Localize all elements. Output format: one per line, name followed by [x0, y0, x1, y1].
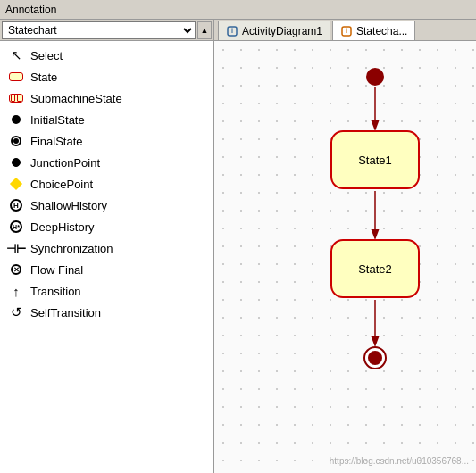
deep-label: DeepHistory: [30, 220, 95, 234]
submachine-label: SubmachineState: [30, 92, 122, 105]
state-icon: [7, 68, 25, 86]
activity-diagram-icon: [226, 25, 238, 37]
junction-label: JunctionPoint: [30, 156, 100, 170]
final-label: FinalState: [30, 135, 83, 148]
app-container: Annotation Statechart Activity UseCase C…: [0, 0, 476, 473]
sidebar-item-submachine[interactable]: SubmachineState: [0, 87, 213, 109]
submachine-icon: [7, 89, 25, 107]
initial-state-node[interactable]: [366, 68, 384, 86]
synchronization-icon: ⊣⊢: [7, 239, 25, 257]
tab-activity[interactable]: ActivityDiagram1: [218, 21, 330, 40]
state-label: State: [30, 71, 57, 84]
state1-node[interactable]: State1: [330, 130, 420, 189]
final-state-inner: [368, 351, 382, 365]
flowfinal-label: Flow Final: [30, 263, 83, 277]
statechart-diagram-icon: [340, 25, 353, 37]
svg-point-1: [231, 28, 233, 29]
shallow-history-icon: H: [7, 196, 25, 214]
sidebar-item-transition[interactable]: ↑ Transition: [0, 280, 213, 302]
transition-label: Transition: [30, 285, 81, 298]
panel-items: ↖ Select State SubmachineState: [0, 41, 213, 473]
state2-node[interactable]: State2: [330, 239, 420, 298]
cursor-icon: ↖: [7, 46, 25, 64]
panel-header: Statechart Activity UseCase Class ▲: [0, 20, 213, 41]
sidebar-item-sync[interactable]: ⊣⊢ Synchronization: [0, 237, 213, 259]
watermark: https://blog.csdn.net/u010356768...: [330, 456, 469, 466]
sidebar-item-initial[interactable]: InitialState: [0, 109, 213, 130]
diagram-type-dropdown[interactable]: Statechart Activity UseCase Class: [2, 21, 196, 39]
sidebar-item-select[interactable]: ↖ Select: [0, 45, 213, 66]
sidebar-item-selftransition[interactable]: ↺ SelfTransition: [0, 302, 213, 323]
shallow-label: ShallowHistory: [30, 199, 107, 212]
sidebar-item-junction[interactable]: JunctionPoint: [0, 152, 213, 173]
annotation-label: Annotation: [5, 4, 56, 16]
tab-statechart-label: Statecha...: [356, 25, 407, 37]
final-state-icon: [7, 132, 25, 150]
right-panel: ActivityDiagram1 Statecha...: [214, 20, 476, 473]
scroll-up-button[interactable]: ▲: [197, 21, 212, 39]
sidebar-item-flowfinal[interactable]: Flow Final: [0, 259, 213, 280]
tab-statechart[interactable]: Statecha...: [332, 21, 415, 40]
sidebar-item-deep[interactable]: H* DeepHistory: [0, 216, 213, 237]
tab-activity-label: ActivityDiagram1: [242, 25, 322, 37]
select-label: Select: [30, 49, 63, 62]
choice-label: ChoicePoint: [30, 178, 93, 191]
selftransition-label: SelfTransition: [30, 306, 101, 319]
sidebar-item-state[interactable]: State: [0, 66, 213, 87]
flow-final-icon: [7, 261, 25, 278]
transition-icon: ↑: [7, 282, 25, 300]
junction-icon: [7, 154, 25, 171]
deep-history-icon: H*: [7, 218, 25, 236]
final-state-node[interactable]: [363, 346, 387, 369]
state2-label: State2: [358, 262, 392, 276]
sidebar-item-choice[interactable]: ChoicePoint: [0, 173, 213, 195]
annotation-bar: Annotation: [0, 0, 476, 20]
state1-label: State1: [358, 154, 392, 167]
choice-icon: [7, 175, 25, 193]
tab-bar: ActivityDiagram1 Statecha...: [214, 20, 476, 41]
sidebar-item-shallow[interactable]: H ShallowHistory: [0, 195, 213, 216]
sidebar-item-final[interactable]: FinalState: [0, 130, 213, 152]
main-area: Statechart Activity UseCase Class ▲ ↖ Se…: [0, 20, 476, 473]
diagram-canvas[interactable]: State1 State2 https://blog.csdn.net/u010…: [214, 41, 476, 473]
left-panel: Statechart Activity UseCase Class ▲ ↖ Se…: [0, 20, 214, 473]
initial-label: InitialState: [30, 113, 85, 127]
self-transition-icon: ↺: [7, 303, 25, 321]
svg-point-4: [346, 28, 347, 29]
sync-label: Synchronization: [30, 242, 113, 255]
initial-state-icon: [7, 111, 25, 129]
